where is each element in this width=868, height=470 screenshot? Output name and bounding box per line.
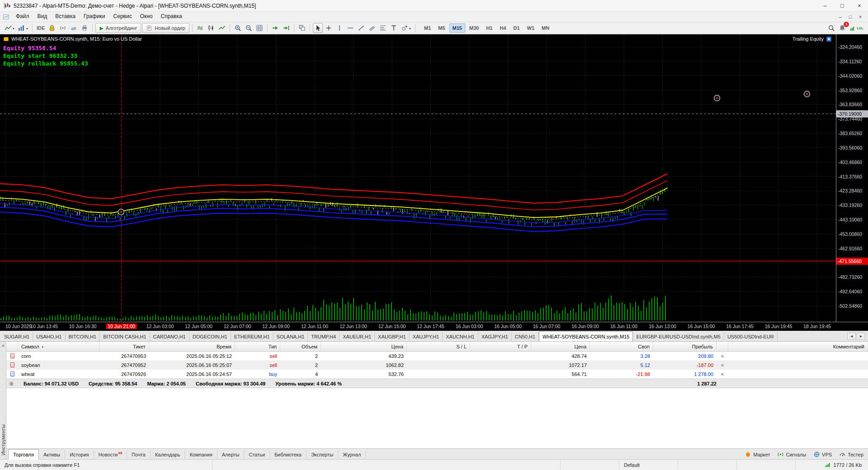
notifications-button[interactable]: 1 <box>837 23 847 33</box>
symbol-tab[interactable]: SOLANA,H1 <box>274 332 308 341</box>
timeframe-m15[interactable]: M15 <box>449 24 465 33</box>
print-button[interactable] <box>80 23 90 33</box>
timeframe-h4[interactable]: H4 <box>496 24 509 33</box>
minimize-button[interactable]: – <box>816 0 834 11</box>
price-scale[interactable]: -370.19000 -471.55660 -324.20460-334.112… <box>836 34 868 322</box>
timeframe-mn[interactable]: MN <box>538 24 552 33</box>
header-ticket[interactable]: Тикет <box>99 342 149 351</box>
timeframe-m5[interactable]: M5 <box>435 24 448 33</box>
fibonacci-button[interactable] <box>378 23 388 33</box>
zoom-out-button[interactable] <box>244 23 254 33</box>
mdi-close-button[interactable]: × <box>855 13 865 21</box>
toolbox-close-button[interactable]: × <box>0 343 6 348</box>
toolbox-tab-assets[interactable]: Активы <box>39 450 65 459</box>
community-button[interactable] <box>58 23 68 33</box>
scroll-right-button[interactable]: ► <box>857 333 865 340</box>
menu-item-tools[interactable]: Сервис <box>109 12 136 22</box>
symbol-tab[interactable]: CN50,H1 <box>512 332 539 341</box>
header-type[interactable]: Тип <box>235 342 280 351</box>
service-tester[interactable]: Тестер <box>839 451 863 458</box>
toolbox-tab-library[interactable]: Библиотека <box>270 450 307 459</box>
chart-plot[interactable]: WHEAT-SOYBEANS-CORN.synth, M15: Euro vs … <box>0 34 836 322</box>
toolbox-tab-news[interactable]: Новости99 <box>94 450 127 459</box>
mdi-minimize-button[interactable]: – <box>835 13 845 21</box>
menu-item-help[interactable]: Справка <box>157 12 186 22</box>
cloud-button[interactable] <box>69 23 79 33</box>
chart-canvas[interactable] <box>0 34 836 322</box>
position-row[interactable]: soybean2674709522025.06.16 05:25:07sell2… <box>6 361 868 370</box>
cursor-button[interactable] <box>313 23 323 33</box>
header-volume[interactable]: Объем <box>280 342 321 351</box>
chart-shift-button[interactable] <box>281 23 291 33</box>
service-market[interactable]: Маркет <box>745 451 770 458</box>
expand-icon[interactable]: ⊕ <box>9 381 14 387</box>
toolbox-tab-mail[interactable]: Почта <box>127 450 151 459</box>
menu-item-insert[interactable]: Вставка <box>51 12 80 22</box>
menu-item-window[interactable]: Окно <box>136 12 157 22</box>
close-position-button[interactable]: × <box>717 370 728 378</box>
close-position-button[interactable]: × <box>717 361 728 369</box>
header-comment[interactable]: Комментарий <box>728 342 868 351</box>
service-signals[interactable]: Сигналы <box>777 451 806 458</box>
mdi-restore-button[interactable]: □ <box>845 13 855 21</box>
menu-item-view[interactable]: Вид <box>33 12 52 22</box>
horizontal-line-button[interactable] <box>345 23 355 33</box>
symbol-tab[interactable]: XAUGBP,H1 <box>375 332 410 341</box>
zoom-in-button[interactable] <box>233 23 243 33</box>
new-order-button[interactable]: Новый ордер <box>142 23 189 33</box>
service-vps[interactable]: VPS <box>813 451 832 458</box>
symbol-tab[interactable]: XAUCNH,H1 <box>443 332 478 341</box>
toolbox-tab-trade[interactable]: Торговля <box>8 449 39 460</box>
restore-button[interactable]: □ <box>834 0 851 11</box>
timeframe-m30[interactable]: M30 <box>466 24 482 33</box>
header-open-price[interactable]: Цена <box>321 342 407 351</box>
symbol-tab[interactable]: XAUEUR,H1 <box>340 332 375 341</box>
status-profile[interactable]: Default <box>619 460 678 470</box>
symbol-tab[interactable]: XAUJPY,H1 <box>410 332 443 341</box>
position-row[interactable]: wheat2674709262025.06.16 05:24:57buy4532… <box>6 370 868 379</box>
symbol-tab[interactable]: BITCOIN,H1 <box>66 332 100 341</box>
algo-trading-button[interactable]: ▶Алготрейдинг <box>95 23 141 33</box>
lock-button[interactable] <box>47 23 57 33</box>
toolbox-tab-experts[interactable]: Эксперты <box>307 450 338 459</box>
line-mode-button[interactable] <box>217 23 227 33</box>
toolbox-tab-articles[interactable]: Статьи <box>244 450 270 459</box>
autoscroll-button[interactable] <box>270 23 280 33</box>
ide-button[interactable]: IDE <box>35 23 46 33</box>
vertical-line-button[interactable] <box>335 23 344 33</box>
scroll-left-button[interactable]: ◄ <box>847 333 856 340</box>
symbol-tab[interactable]: US500-USDInd-EUR <box>724 332 778 341</box>
symbol-tab[interactable]: SUGAR,H1 <box>1 332 33 341</box>
toolbox-tab-alerts[interactable]: Алерты <box>217 450 245 459</box>
crosshair-button[interactable] <box>324 23 334 33</box>
toolbox-tab-journal[interactable]: Журнал <box>338 450 366 459</box>
symbol-tab[interactable]: WHEAT-SOYBEANS-CORN.synth,M15 <box>539 331 633 341</box>
windows-button[interactable] <box>297 23 307 33</box>
timeframe-d1[interactable]: D1 <box>510 24 523 33</box>
header-time[interactable]: Время <box>149 342 235 351</box>
bars-mode-button[interactable] <box>195 23 205 33</box>
toolbox-tab-company[interactable]: Компания <box>185 450 217 459</box>
time-scale[interactable]: 10 Jun 202510 Jun 13:4510 Jun 16:3010 Ju… <box>0 322 868 331</box>
position-row[interactable]: corn2674709532025.06.16 05:25:12sell2439… <box>6 352 868 361</box>
menu-item-file[interactable]: Файл <box>12 12 33 22</box>
channel-button[interactable] <box>367 23 377 33</box>
header-sl[interactable]: S / L <box>407 342 470 351</box>
shapes-button[interactable] <box>400 23 412 33</box>
expert-advisor-label[interactable]: Trailing Equity <box>793 36 831 42</box>
toolbox-tab-history[interactable]: История <box>65 450 94 459</box>
symbol-tab[interactable]: EURGBP-EURUSD-USDInd.synth,M5 <box>633 332 724 341</box>
header-swap[interactable]: Своп <box>590 342 653 351</box>
header-symbol[interactable]: Символ▲ <box>18 342 99 351</box>
symbol-tab[interactable]: DOGECOIN,H1 <box>189 332 231 341</box>
symbol-tab[interactable]: CARDANO,H1 <box>150 332 189 341</box>
connection-level-indicator[interactable]: LVL <box>848 23 865 33</box>
trendline-button[interactable] <box>356 23 366 33</box>
header-profit[interactable]: Прибыль <box>653 342 717 351</box>
symbol-tab[interactable]: XAGJPY,H1 <box>478 332 512 341</box>
symbol-tab[interactable]: ETHEREUM,H1 <box>231 332 274 341</box>
header-current-price[interactable]: Цена <box>531 342 590 351</box>
symbol-tab[interactable]: TRUMP,H4 <box>308 332 340 341</box>
timeframe-w1[interactable]: W1 <box>524 24 538 33</box>
menu-item-charts[interactable]: Графики <box>80 12 109 22</box>
